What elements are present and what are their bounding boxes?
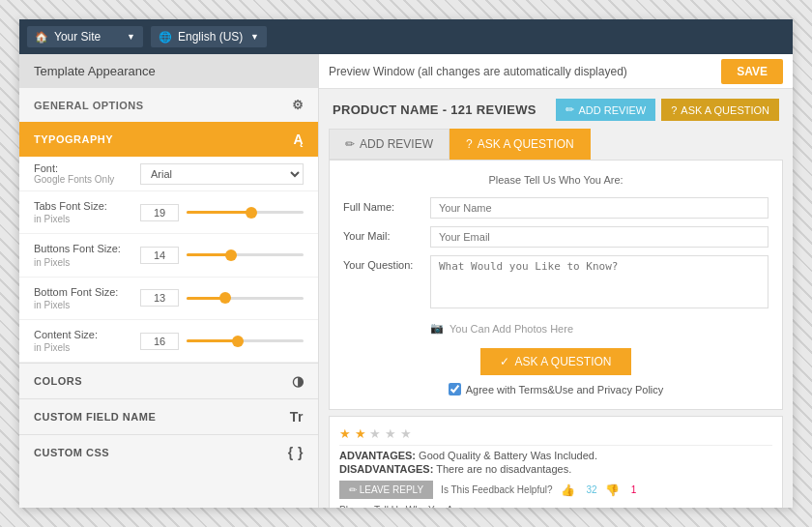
email-input[interactable] [430,226,768,248]
review-section: ★ ★ ★ ★ ★ ADVANTAGES: Good Quality & Bat… [329,416,783,508]
ask-question-button[interactable]: ? ASK A QUESTION [661,99,779,121]
fullname-row: Full Name: [343,197,768,219]
font-size-icon: Ą [293,132,304,147]
checkmark-icon: ✓ [500,355,509,368]
bottom-font-value[interactable]: 13 [140,289,179,307]
bottom-font-label: Bottom Font Size: in Pixels [34,285,140,311]
colors-icon: ◑ [292,373,304,389]
form-subtitle: Please Tell Us Who You Are: [343,174,768,186]
star-1: ★ [339,426,351,441]
leave-reply-button[interactable]: ✏ LEAVE REPLY [339,481,433,499]
question-textarea[interactable] [430,255,768,308]
buttons-font-row: Buttons Font Size: in Pixels 14 [19,234,318,277]
left-panel: Template Appearance GENERAL OPTIONS ⚙ TY… [19,54,319,508]
language-selector[interactable]: 🌐 English (US) ▼ [151,26,267,47]
custom-css-icon: { } [288,445,304,460]
content-size-value[interactable]: 16 [140,333,179,350]
advantages-row: ADVANTAGES: Good Quality & Battery Was I… [339,450,772,461]
top-bar: 🏠 Your Site ▼ 🌐 English (US) ▼ [19,19,793,54]
colors-label: COLORS [34,375,82,387]
custom-css-label: CUSTOM CSS [34,447,109,458]
buttons-font-value[interactable]: 14 [140,247,179,264]
question-row: Your Question: [343,255,768,308]
product-title: PRODUCT NAME - 121 REVIEWS [333,102,536,117]
language-arrow-icon: ▼ [250,32,259,42]
star-3: ★ [369,426,381,441]
buttons-font-label: Buttons Font Size: in Pixels [34,242,140,268]
email-label: Your Mail: [343,226,430,242]
globe-icon: 🌐 [159,31,172,44]
general-options-header: GENERAL OPTIONS ⚙ [19,88,318,122]
preview-text: Preview Window (all changes are automati… [329,65,627,78]
submit-row: ✓ ASK A QUESTION [343,348,768,375]
star-5: ★ [400,426,412,441]
typography-header[interactable]: TYPOGRAPHY Ą [19,122,318,157]
site-selector[interactable]: 🏠 Your Site ▼ [27,26,143,47]
font-select[interactable]: Arial Roboto Open Sans [140,163,304,185]
fullname-input[interactable] [430,197,768,219]
general-options-label: GENERAL OPTIONS [34,100,144,111]
tab-add-review-icon: ✏ [345,137,355,151]
product-header: PRODUCT NAME - 121 REVIEWS ✏ ADD REVIEW … [329,99,783,121]
colors-section[interactable]: COLORS ◑ [19,363,318,398]
helpful-text: Is This Feedback Helpful? [441,484,552,495]
tab-ask-question[interactable]: ? ASK A QUESTION [450,129,591,160]
star-2: ★ [355,426,366,441]
site-arrow-icon: ▼ [127,32,135,42]
content-size-label: Content Size: in Pixels [34,328,140,354]
bottom-font-row: Bottom Font Size: in Pixels 13 [19,278,318,320]
content-size-slider[interactable] [187,335,304,348]
question-icon: ? [671,104,677,116]
pencil-icon: ✏ [566,103,574,116]
who-are-you-text: Please, Tell Us Who You Are: [339,505,772,508]
custom-field-icon: Tr [290,409,304,425]
review-stars: ★ ★ ★ ★ ★ [339,426,772,441]
thumbs-up-count: 32 [587,484,597,495]
tabs-font-slider[interactable] [187,206,304,220]
save-button[interactable]: SAVE [721,59,783,84]
template-header: Template Appearance [19,54,318,88]
fullname-label: Full Name: [343,197,430,213]
custom-field-label: CUSTOM FIELD NAME [34,411,156,423]
custom-css-section[interactable]: CUSTOM CSS { } [19,434,318,470]
font-option-row: Font: Google Fonts Only Arial Roboto Ope… [19,157,318,191]
tab-add-review[interactable]: ✏ ADD REVIEW [329,129,450,160]
question-label: Your Question: [343,255,430,271]
divider [339,445,772,446]
submit-button[interactable]: ✓ ASK A QUESTION [480,348,630,375]
language-label: English (US) [178,30,243,44]
preview-content: PRODUCT NAME - 121 REVIEWS ✏ ADD REVIEW … [319,89,793,508]
terms-row: Agree with Terms&Use and Privacy Policy [343,383,768,395]
font-label: Font: Google Fonts Only [34,162,140,185]
camera-icon: 📷 [430,322,444,335]
product-actions: ✏ ADD REVIEW ? ASK A QUESTION [556,99,779,121]
tab-ask-question-icon: ? [466,137,473,151]
buttons-font-slider[interactable] [187,249,304,262]
tabs-font-value[interactable]: 19 [140,204,179,221]
right-panel: Preview Window (all changes are automati… [319,54,793,508]
add-review-button[interactable]: ✏ ADD REVIEW [556,99,655,121]
tabs-font-label: Tabs Font Size: in Pixels [34,199,140,225]
home-icon: 🏠 [35,31,48,44]
email-row: Your Mail: [343,226,768,248]
preview-bar: Preview Window (all changes are automati… [319,54,793,89]
photo-row: 📷 You Can Add Photos Here [343,316,768,340]
terms-text: Agree with Terms&Use and Privacy Policy [466,384,664,395]
bottom-font-slider[interactable] [187,291,304,305]
tabs-row: ✏ ADD REVIEW ? ASK A QUESTION [329,129,783,160]
disadvantages-row: DISADVANTAGES: There are no disadvantage… [339,463,772,475]
site-label: Your Site [54,30,101,44]
reply-icon: ✏ [349,484,357,495]
question-form: Please Tell Us Who You Are: Full Name: Y… [329,160,783,410]
custom-field-section[interactable]: CUSTOM FIELD NAME Tr [19,398,318,434]
tabs-font-row: Tabs Font Size: in Pixels 19 [19,191,318,234]
content-row: Template Appearance GENERAL OPTIONS ⚙ TY… [19,54,793,508]
terms-checkbox[interactable] [449,383,461,395]
star-4: ★ [385,426,396,441]
content-size-row: Content Size: in Pixels 16 [19,320,318,363]
thumbs-down-count: 1 [631,484,637,495]
typography-label: TYPOGRAPHY [34,133,113,145]
thumbs-down-icon: 👎 [605,483,620,497]
thumbs-up-icon: 👍 [561,483,575,497]
settings-icon[interactable]: ⚙ [292,98,304,112]
